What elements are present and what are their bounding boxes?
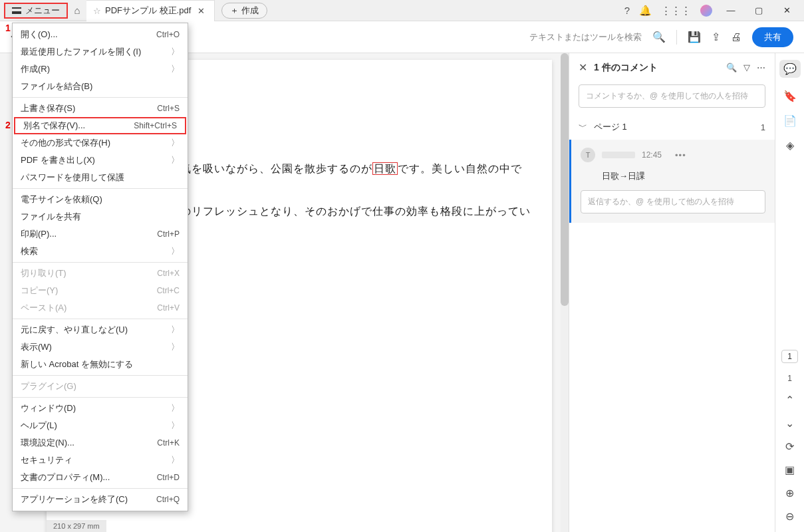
menu-prefs[interactable]: 環境設定(N)...Ctrl+K xyxy=(13,434,188,452)
search-placeholder[interactable]: テキストまたはツールを検索 xyxy=(529,31,642,43)
section-count: 1 xyxy=(761,122,765,132)
document-tab[interactable]: ☆ PDFサンプル 校正.pdf ✕ xyxy=(86,0,215,21)
page-total: 1 xyxy=(787,374,792,383)
annotation-2: 2 xyxy=(5,120,11,130)
tab-title: PDFサンプル 校正.pdf xyxy=(105,5,191,17)
menu-saveas[interactable]: 別名で保存(V)...Shift+Ctrl+S xyxy=(14,117,186,134)
menu-props[interactable]: 文書のプロパティ(M)...Ctrl+D xyxy=(13,469,188,486)
search-icon[interactable]: 🔍 xyxy=(652,31,666,43)
hamburger-icon xyxy=(12,7,21,14)
scrollbar[interactable] xyxy=(561,53,569,532)
plus-icon: ＋ xyxy=(230,5,239,17)
comment-item[interactable]: T 12:45 ••• 日歌→日課 返信するか、@ を使用して他の人を招待 xyxy=(569,140,775,223)
save-icon[interactable]: 💾 xyxy=(688,31,701,43)
comment-text: 日歌→日課 xyxy=(602,170,765,182)
menu-undo[interactable]: 元に戻す、やり直しなど(U)〉 xyxy=(13,321,188,338)
menu-button-label: メニュー xyxy=(25,5,60,17)
rail-bookmark-icon[interactable]: 🔖 xyxy=(783,90,797,102)
page-down-icon[interactable]: ⌄ xyxy=(785,417,794,430)
menu-search[interactable]: 検索〉 xyxy=(13,243,188,260)
window-maximize[interactable]: ▢ xyxy=(749,5,768,15)
window-minimize[interactable]: — xyxy=(722,5,740,15)
menu-security[interactable]: セキュリティ〉 xyxy=(13,452,188,469)
apps-icon[interactable]: ⋮⋮⋮ xyxy=(661,5,691,17)
rail-layers-icon[interactable]: ◈ xyxy=(786,139,794,152)
comments-panel: ✕ 1 件のコメント 🔍 ▽ ⋯ コメントするか、@ を使用して他の人を招待 ﹀… xyxy=(569,53,775,532)
chevron-down-icon: ﹀ xyxy=(579,121,587,133)
menu-help[interactable]: ヘルプ(L)〉 xyxy=(13,417,188,434)
home-icon[interactable]: ⌂ xyxy=(68,5,86,16)
tab-close-icon[interactable]: ✕ xyxy=(195,6,207,16)
annotation-1: 1 xyxy=(5,23,11,33)
rotate-icon[interactable]: ⟳ xyxy=(785,440,794,453)
menu-window[interactable]: ウィンドウ(D)〉 xyxy=(13,400,188,417)
menu-button[interactable]: メニュー xyxy=(4,3,68,19)
zoom-in-icon[interactable]: ⊕ xyxy=(785,487,794,499)
menu-quit[interactable]: アプリケーションを終了(C)Ctrl+Q xyxy=(13,491,188,508)
menu-open[interactable]: 開く(O)...Ctrl+O xyxy=(13,26,188,43)
zoom-out-icon[interactable]: ⊖ xyxy=(785,510,794,523)
create-label: 作成 xyxy=(241,5,259,17)
section-label: ページ 1 xyxy=(594,121,627,133)
document-text: 鮮な空気を吸いながら、公園を散歩するのが日歌です。美しい自然の中で過 は最高のリ… xyxy=(146,158,532,222)
comment-more-icon[interactable]: ••• xyxy=(675,150,686,160)
comments-search-icon[interactable]: 🔍 xyxy=(726,63,737,72)
export-icon[interactable]: ⇪ xyxy=(712,31,720,43)
menu-saveother[interactable]: その他の形式で保存(H)〉 xyxy=(13,134,188,152)
file-menu: 開く(O)...Ctrl+O 最近使用したファイルを開く(I)〉 作成(R)〉 … xyxy=(12,23,188,511)
page-up-icon[interactable]: ⌃ xyxy=(785,394,794,406)
menu-disable[interactable]: 新しい Acrobat を無効にする xyxy=(13,356,188,373)
rail-copy-icon[interactable]: 📄 xyxy=(783,114,797,127)
create-button[interactable]: ＋ 作成 xyxy=(221,3,267,19)
menu-password[interactable]: パスワードを使用して保護 xyxy=(13,169,188,186)
menu-esign[interactable]: 電子サインを依頼(Q) xyxy=(13,191,188,208)
page-input[interactable]: 1 xyxy=(781,350,798,363)
star-icon[interactable]: ☆ xyxy=(93,6,101,16)
rail-comments-icon[interactable]: 💬 xyxy=(779,60,801,78)
menu-create[interactable]: 作成(R)〉 xyxy=(13,61,188,78)
menu-paste: ペースト(A)Ctrl+V xyxy=(13,299,188,317)
comment-author xyxy=(602,152,635,158)
menu-view[interactable]: 表示(W)〉 xyxy=(13,338,188,356)
window-close[interactable]: ✕ xyxy=(777,5,796,15)
menu-print[interactable]: 印刷(P)...Ctrl+P xyxy=(13,225,188,243)
menu-cut: 切り取り(T)Ctrl+X xyxy=(13,265,188,282)
comment-time: 12:45 xyxy=(642,150,662,160)
scrollbar-thumb[interactable] xyxy=(561,53,569,306)
comment-reply-input[interactable]: 返信するか、@ を使用して他の人を招待 xyxy=(581,190,765,213)
titlebar: メニュー ⌂ ☆ PDFサンプル 校正.pdf ✕ ＋ 作成 ? 🔔 ⋮⋮⋮ —… xyxy=(0,0,804,21)
status-bar: 210 x 297 mm xyxy=(47,520,106,532)
comments-title: 1 件のコメント xyxy=(594,62,658,74)
help-icon[interactable]: ? xyxy=(624,5,630,16)
right-rail: 💬 🔖 📄 ◈ 1 1 ⌃ ⌄ ⟳ ▣ ⊕ ⊖ xyxy=(775,53,804,532)
comment-input[interactable]: コメントするか、@ を使用して他の人を招待 xyxy=(579,84,765,108)
menu-save[interactable]: 上書き保存(S)Ctrl+S xyxy=(13,100,188,117)
menu-combine[interactable]: ファイルを結合(B) xyxy=(13,78,188,95)
menu-copy: コピー(Y)Ctrl+C xyxy=(13,282,188,299)
fit-icon[interactable]: ▣ xyxy=(785,464,795,476)
share-button[interactable]: 共有 xyxy=(752,27,793,47)
comments-filter-icon[interactable]: ▽ xyxy=(743,63,750,72)
avatar[interactable] xyxy=(700,5,712,17)
menu-recent[interactable]: 最近使用したファイルを開く(I)〉 xyxy=(13,43,188,61)
menu-plugins: プラグイン(G) xyxy=(13,378,188,395)
menu-export[interactable]: PDF を書き出し(X)〉 xyxy=(13,152,188,169)
comment-avatar: T xyxy=(581,148,595,162)
menu-sharefile[interactable]: ファイルを共有 xyxy=(13,208,188,225)
highlighted-text[interactable]: 日歌 xyxy=(372,162,398,175)
comments-more-icon[interactable]: ⋯ xyxy=(757,63,765,72)
bell-icon[interactable]: 🔔 xyxy=(639,5,652,17)
print-icon[interactable]: 🖨 xyxy=(731,31,741,43)
close-comments-icon[interactable]: ✕ xyxy=(579,61,587,74)
comments-section-header[interactable]: ﹀ ページ 1 1 xyxy=(569,116,775,138)
